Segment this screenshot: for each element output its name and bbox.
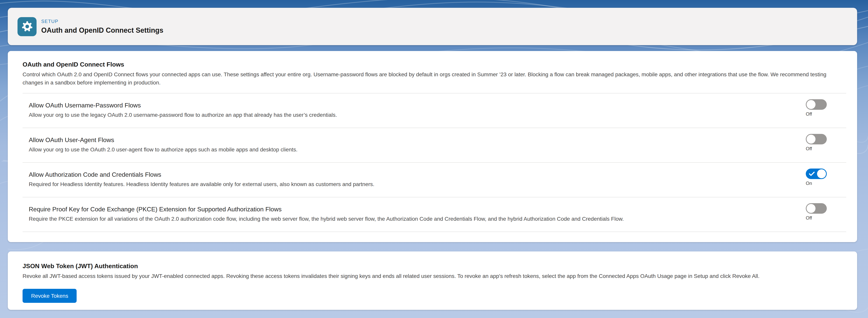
flow-setting-toggle[interactable]: Off [806, 134, 827, 151]
flow-setting-description: Require the PKCE extension for all varia… [29, 215, 764, 223]
toggle-state-label: On [806, 181, 812, 186]
jwt-card-description: Revoke all JWT-based access tokens issue… [23, 272, 842, 280]
flow-setting-toggle[interactable]: Off [806, 203, 827, 221]
jwt-authentication-card: JSON Web Token (JWT) Authentication Revo… [8, 252, 857, 310]
flow-setting-title: Allow Authorization Code and Credentials… [29, 171, 764, 179]
oauth-flows-card: OAuth and OpenID Connect Flows Control w… [8, 51, 857, 242]
flows-card-heading: OAuth and OpenID Connect Flows [23, 60, 842, 69]
setup-page: SETUP OAuth and OpenID Connect Settings … [0, 0, 868, 318]
toggle-state-label: Off [806, 146, 812, 151]
toggle-knob [807, 135, 815, 144]
flow-setting-row: Require Proof Key for Code Exchange (PKC… [8, 197, 857, 232]
flow-setting-toggle[interactable]: Off [806, 99, 827, 117]
flows-card-intro: OAuth and OpenID Connect Flows Control w… [8, 51, 857, 93]
flow-setting-row: Allow Authorization Code and Credentials… [8, 163, 857, 197]
toggle-knob [807, 204, 815, 213]
flows-card-description: Control which OAuth 2.0 and OpenID Conne… [23, 70, 842, 87]
toggle-knob [817, 169, 826, 178]
flow-setting-row: Allow OAuth Username-Password Flows Allo… [8, 93, 857, 128]
flow-setting-title: Allow OAuth User-Agent Flows [29, 136, 764, 144]
flow-setting-description: Required for Headless Identity features.… [29, 180, 764, 188]
setup-eyebrow-label: SETUP [41, 19, 163, 24]
check-icon [809, 172, 815, 176]
toggle-knob [807, 100, 815, 109]
flow-setting-description: Allow your org to use the legacy OAuth 2… [29, 111, 764, 119]
jwt-card-heading: JSON Web Token (JWT) Authentication [23, 262, 842, 270]
flow-setting-row: Allow OAuth User-Agent Flows Allow your … [8, 128, 857, 162]
flow-setting-title: Allow OAuth Username-Password Flows [29, 101, 764, 110]
flow-setting-toggle[interactable]: On [806, 169, 827, 186]
flow-setting-title: Require Proof Key for Code Exchange (PKC… [29, 205, 764, 214]
revoke-tokens-button[interactable]: Revoke Tokens [23, 289, 77, 303]
gear-icon [21, 21, 33, 32]
setup-gear-tile [18, 17, 36, 36]
flow-setting-description: Allow your org to use the OAuth 2.0 user… [29, 146, 764, 153]
page-title: OAuth and OpenID Connect Settings [41, 26, 163, 34]
setup-page-header: SETUP OAuth and OpenID Connect Settings [8, 8, 857, 45]
row-divider [23, 232, 846, 232]
toggle-state-label: Off [806, 111, 812, 117]
toggle-state-label: Off [806, 215, 812, 221]
